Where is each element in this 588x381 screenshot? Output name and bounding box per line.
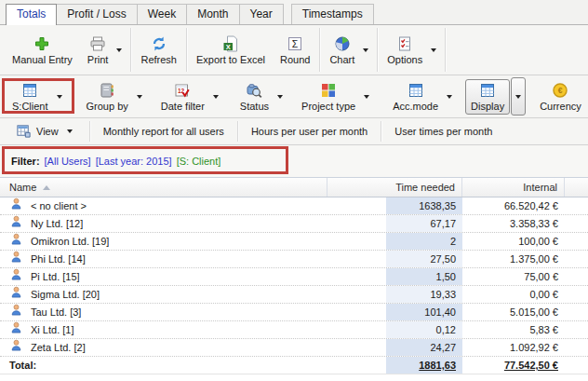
status-button[interactable]: Status — [235, 80, 274, 114]
divider — [130, 28, 131, 72]
project-type-label: Project type — [301, 101, 355, 112]
table-row[interactable]: < no client > 1638,35 66.520,42 € — [0, 197, 588, 215]
user-times-button[interactable]: User times per month — [386, 118, 501, 144]
table-grid-icon — [21, 82, 38, 99]
time-cell: 1,50 — [386, 268, 462, 285]
grouping-toolbar: S:Client Group by 12 Date filter Status — [0, 75, 588, 118]
table-row[interactable]: Sigma Ltd. [20] 19,33 0,00 € — [0, 286, 588, 304]
status-search-icon — [246, 82, 262, 99]
time-cell: 19,33 — [386, 286, 462, 303]
internal-cell: 3.358,33 € — [462, 215, 565, 232]
view-dropdown-arrow[interactable] — [67, 129, 73, 133]
internal-cell: 66.520,42 € — [462, 197, 565, 214]
svg-text:€: € — [558, 86, 563, 95]
table-body: < no client > 1638,35 66.520,42 € Ny Ltd… — [0, 197, 588, 357]
acc-mode-button[interactable]: Acc.mode — [388, 80, 443, 114]
acc-mode-dropdown-arrow[interactable] — [447, 95, 452, 99]
main-toolbar: Manual Entry Print Refresh X Export to E… — [0, 25, 588, 75]
date-filter-button[interactable]: 12 Date filter — [156, 80, 209, 114]
pie-chart-icon — [334, 35, 351, 52]
svg-text:X: X — [226, 42, 231, 50]
column-header-time-needed[interactable]: Time needed — [327, 178, 462, 197]
client-name: Omikron Ltd. [19] — [31, 233, 109, 250]
group-by-label: Group by — [87, 101, 128, 112]
euro-coin-icon: € — [552, 82, 568, 99]
tab-totals[interactable]: Totals — [6, 4, 57, 25]
s-client-button[interactable]: S:Client — [7, 80, 53, 114]
hours-per-user-button[interactable]: Hours per user per month — [243, 118, 376, 144]
options-dropdown-arrow[interactable] — [431, 48, 436, 52]
options-button[interactable]: Options — [382, 34, 427, 67]
filter-period-chip[interactable]: [Last year: 2015] — [96, 156, 172, 167]
divider — [377, 28, 378, 72]
printer-icon — [89, 35, 106, 52]
acc-mode-label: Acc.mode — [393, 101, 438, 112]
currency-label: Currency — [540, 101, 581, 112]
total-label: Total: — [0, 357, 386, 374]
color-squares-icon — [320, 82, 337, 99]
print-button[interactable]: Print — [83, 34, 114, 67]
filter-label: Filter: — [11, 156, 40, 167]
chart-dropdown-arrow[interactable] — [363, 48, 368, 52]
project-type-dropdown-arrow[interactable] — [364, 95, 369, 99]
divider — [237, 121, 238, 142]
filter-users-chip[interactable]: [All Users] — [45, 156, 91, 167]
person-icon — [10, 233, 22, 250]
table-row[interactable]: Omikron Ltd. [19] 2 100,00 € — [0, 233, 588, 251]
tab-timestamps[interactable]: Timestamps — [291, 4, 374, 24]
currency-button[interactable]: € Currency — [535, 80, 586, 114]
tab-week[interactable]: Week — [137, 4, 187, 24]
name-column-label: Name — [9, 178, 36, 197]
display-dropdown-button[interactable] — [511, 77, 526, 116]
table-row[interactable]: Phi Ltd. [14] 27,50 1.375,00 € — [0, 251, 588, 268]
chart-label: Chart — [329, 54, 354, 65]
manual-entry-label: Manual Entry — [12, 54, 73, 65]
internal-cell: 0,00 € — [462, 286, 565, 303]
refresh-button[interactable]: Refresh — [136, 34, 181, 67]
chart-button[interactable]: Chart — [325, 34, 359, 67]
person-icon — [10, 321, 22, 338]
options-label: Options — [387, 54, 422, 65]
time-cell: 27,50 — [386, 251, 462, 267]
client-name: Phi Ltd. [14] — [31, 251, 86, 267]
tab-month[interactable]: Month — [186, 4, 239, 24]
internal-cell: 75,00 € — [462, 268, 565, 285]
table-row[interactable]: Tau Ltd. [3] 101,40 5.015,00 € — [0, 304, 588, 321]
print-dropdown-arrow[interactable] — [116, 48, 122, 52]
tab-year[interactable]: Year — [239, 4, 284, 24]
sigma-icon: Σ — [287, 35, 303, 52]
column-header-name[interactable]: Name — [0, 178, 327, 197]
filter-grouping-chip[interactable]: [S: Client] — [177, 156, 221, 167]
group-by-button[interactable]: Group by — [82, 80, 133, 114]
person-icon — [10, 268, 22, 285]
tab-profit-loss[interactable]: Profit / Loss — [56, 4, 137, 24]
table-row[interactable]: Pi Ltd. [15] 1,50 75,00 € — [0, 268, 588, 286]
client-name: Pi Ltd. [15] — [31, 268, 80, 285]
total-internal: 77.542,50 € — [462, 357, 565, 374]
s-client-dropdown-arrow[interactable] — [57, 95, 62, 99]
table-row[interactable]: Zeta Ltd. [2] 24,27 1.092,92 € — [0, 339, 588, 357]
round-button[interactable]: Σ Round — [275, 34, 314, 67]
date-filter-dropdown-arrow[interactable] — [213, 95, 219, 99]
monthly-report-button[interactable]: Monthly report for all users — [95, 118, 233, 144]
client-name: Xi Ltd. [1] — [31, 321, 74, 338]
divider — [319, 28, 320, 72]
total-row: Total: 1881,63 77.542,50 € — [0, 357, 588, 374]
plus-icon — [33, 35, 50, 52]
status-dropdown-arrow[interactable] — [277, 95, 283, 99]
table-row[interactable]: Xi Ltd. [1] 0,12 5,83 € — [0, 321, 588, 339]
round-label: Round — [280, 54, 310, 65]
divider — [381, 121, 381, 142]
address-book-icon — [99, 82, 115, 99]
internal-cell: 1.375,00 € — [462, 251, 565, 267]
sort-ascending-icon — [43, 185, 50, 190]
column-header-internal[interactable]: Internal — [462, 178, 565, 197]
project-type-button[interactable]: Project type — [297, 80, 360, 114]
export-excel-button[interactable]: X Export to Excel — [192, 34, 270, 67]
manual-entry-button[interactable]: Manual Entry — [7, 34, 77, 67]
table-row[interactable]: Ny Ltd. [12] 67,17 3.358,33 € — [0, 215, 588, 233]
s-client-label: S:Client — [12, 101, 48, 112]
view-button[interactable]: View — [7, 118, 85, 144]
display-button[interactable]: Display — [465, 79, 510, 115]
group-by-dropdown-arrow[interactable] — [137, 95, 142, 99]
